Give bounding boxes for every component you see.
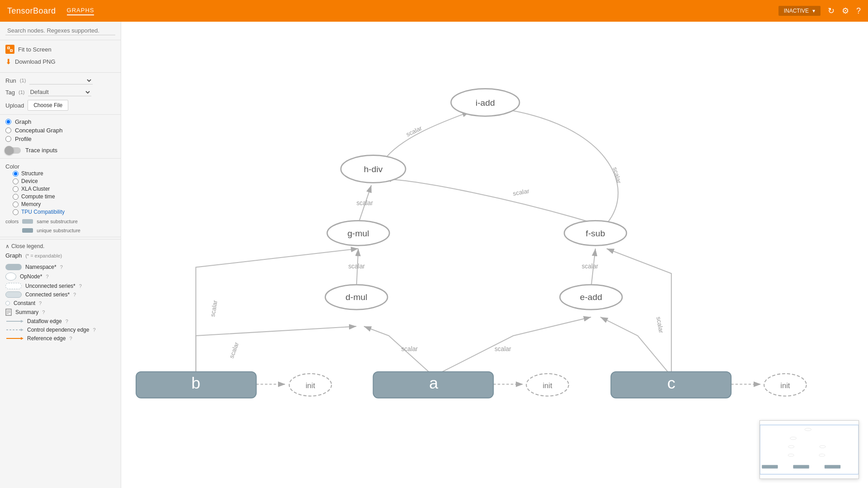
svg-text:e-add: e-add — [580, 292, 602, 302]
color-xla[interactable]: XLA Cluster — [13, 186, 115, 192]
svg-text:f-sub: f-sub — [586, 229, 605, 238]
search-section — [0, 22, 121, 40]
color-tpu[interactable]: TPU Compatibility — [13, 209, 115, 215]
minimap[interactable] — [760, 420, 859, 479]
legend-opnode: OpNode* ? — [5, 272, 115, 281]
run-count: (1) — [20, 78, 26, 83]
legend-dataflow: Dataflow edge ? — [5, 318, 115, 324]
dataflow-arrow-icon — [5, 319, 24, 324]
control-help-icon[interactable]: ? — [93, 327, 95, 333]
color-swatches: colors same substructure — [0, 217, 121, 226]
svg-text:a: a — [429, 374, 438, 392]
legend-title: Graph — [5, 252, 22, 259]
opnode-help-icon[interactable]: ? — [46, 274, 48, 279]
legend-summary: Summary ? — [5, 309, 115, 316]
namespace-help-icon[interactable]: ? — [60, 264, 63, 270]
graph-mode-graph[interactable]: Graph — [5, 118, 115, 125]
svg-point-49 — [805, 428, 811, 431]
svg-marker-9 — [21, 328, 24, 331]
svg-text:g-mul: g-mul — [347, 229, 369, 238]
graph-canvas[interactable]: scalar scalar scalar scalar scalar scala… — [121, 22, 868, 488]
help-icon[interactable]: ? — [856, 6, 861, 16]
svg-marker-11 — [21, 337, 24, 340]
choose-file-button[interactable]: Choose File — [28, 100, 68, 111]
legend-connected: Connected series* ? — [5, 291, 115, 298]
tag-dropdown[interactable]: Default — [28, 88, 91, 96]
svg-text:init: init — [542, 381, 552, 390]
svg-rect-0 — [8, 47, 9, 49]
svg-text:scalar: scalar — [356, 200, 373, 206]
svg-point-52 — [820, 446, 826, 448]
connected-help-icon[interactable]: ? — [73, 292, 76, 297]
unconnected-help-icon[interactable]: ? — [79, 283, 82, 289]
tag-label: Tag — [5, 89, 15, 96]
svg-point-50 — [790, 437, 797, 440]
unique-substructure-swatch — [22, 228, 33, 233]
svg-rect-55 — [762, 465, 778, 469]
trace-toggle-switch[interactable] — [5, 147, 21, 154]
control-dep-arrow-icon — [5, 328, 24, 332]
sidebar: Fit to Screen ⬇ Download PNG Run (1) Tag… — [0, 22, 121, 488]
graph-mode-profile[interactable]: Profile — [5, 136, 115, 142]
svg-rect-1 — [10, 50, 12, 52]
summary-icon — [5, 309, 12, 316]
legend-section: ∧ Close legend. Graph (* = expandable) N… — [0, 239, 121, 347]
download-png-button[interactable]: ⬇ Download PNG — [5, 56, 115, 67]
tools-section: Fit to Screen ⬇ Download PNG — [0, 40, 121, 70]
run-dropdown[interactable] — [29, 76, 93, 84]
svg-marker-7 — [21, 320, 24, 323]
summary-help-icon[interactable]: ? — [42, 310, 45, 315]
reference-help-icon[interactable]: ? — [69, 336, 72, 341]
run-label: Run — [5, 77, 16, 84]
legend-namespace: Namespace* ? — [5, 264, 115, 270]
svg-rect-56 — [793, 465, 809, 469]
color-device[interactable]: Device — [13, 178, 115, 184]
chevron-down-icon: ▾ — [812, 8, 815, 14]
color-section: Color Structure Device XLA Cluster Compu… — [0, 160, 121, 217]
download-icon: ⬇ — [5, 57, 11, 66]
graph-mode-conceptual[interactable]: Conceptual Graph — [5, 127, 115, 134]
graph-svg: scalar scalar scalar scalar scalar scala… — [121, 22, 868, 488]
svg-text:scalar: scalar — [401, 346, 418, 352]
legend-constant: Constant ? — [5, 300, 115, 306]
svg-text:scalar: scalar — [495, 346, 511, 352]
same-substructure-swatch — [22, 219, 33, 224]
color-label: Color — [5, 163, 19, 170]
trace-inputs-label: Trace inputs — [25, 147, 57, 154]
trace-inputs-toggle[interactable]: Trace inputs — [0, 144, 121, 156]
svg-point-54 — [819, 454, 825, 456]
header: TensorBoard GRAPHS INACTIVE ▾ ↻ ⚙ ? — [0, 0, 868, 22]
svg-text:i-add: i-add — [476, 98, 495, 108]
svg-text:h-div: h-div — [364, 164, 383, 174]
svg-text:scalar: scalar — [209, 300, 219, 317]
svg-point-53 — [788, 454, 794, 456]
app-logo: TensorBoard — [7, 6, 56, 16]
color-memory[interactable]: Memory — [13, 201, 115, 207]
nav-graphs[interactable]: GRAPHS — [67, 7, 94, 15]
chevron-up-icon: ∧ — [5, 243, 9, 249]
svg-text:b: b — [191, 374, 200, 392]
legend-unconnected: Unconnected series* ? — [5, 283, 115, 289]
constant-help-icon[interactable]: ? — [39, 300, 42, 306]
fit-screen-button[interactable]: Fit to Screen — [5, 44, 115, 55]
legend-expandable-note: (* = expandable) — [25, 253, 62, 258]
svg-text:init: init — [306, 381, 316, 390]
svg-text:scalar: scalar — [228, 341, 241, 359]
close-legend-button[interactable]: ∧ Close legend. — [5, 243, 115, 249]
search-input[interactable] — [5, 26, 115, 35]
reference-arrow-icon — [5, 336, 24, 341]
legend-reference: Reference edge ? — [5, 335, 115, 342]
svg-text:scalar: scalar — [582, 263, 599, 270]
settings-icon[interactable]: ⚙ — [842, 6, 849, 16]
color-structure[interactable]: Structure — [13, 170, 115, 177]
header-right: INACTIVE ▾ ↻ ⚙ ? — [778, 6, 861, 16]
upload-section: Upload Choose File — [0, 98, 121, 113]
unconnected-icon — [5, 283, 22, 289]
color-compute[interactable]: Compute time — [13, 193, 115, 200]
run-status-dropdown[interactable]: INACTIVE ▾ — [778, 6, 821, 16]
refresh-icon[interactable]: ↻ — [828, 6, 835, 16]
color-swatches-unique: colors unique substructure — [0, 226, 121, 235]
fit-screen-icon — [5, 45, 14, 54]
dataflow-help-icon[interactable]: ? — [66, 319, 68, 324]
svg-text:scalar: scalar — [512, 188, 530, 197]
